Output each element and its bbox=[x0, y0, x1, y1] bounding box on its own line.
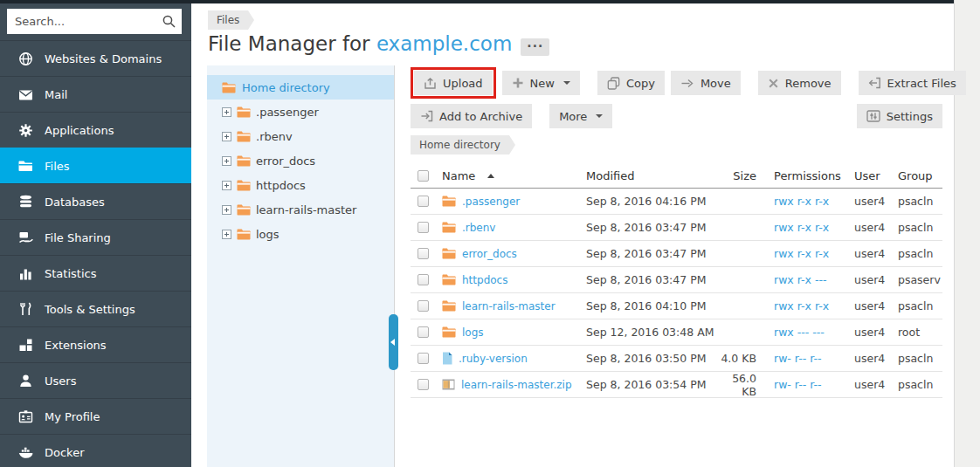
tree-item-passenger[interactable]: .passenger bbox=[207, 100, 394, 124]
tree-item-error-docs[interactable]: error_docs bbox=[207, 148, 394, 173]
sidebar-item-docker[interactable]: Docker bbox=[0, 434, 191, 467]
expand-plus-icon[interactable] bbox=[222, 205, 231, 215]
file-name-link[interactable]: logs bbox=[462, 326, 484, 339]
upload-annotation-box: Upload bbox=[411, 67, 496, 99]
permissions-link[interactable]: rwx r-x r-x bbox=[774, 247, 829, 260]
file-list-area: Upload New Copy Move R bbox=[411, 65, 942, 398]
row-checkbox[interactable] bbox=[418, 248, 429, 259]
column-header-group[interactable]: Group bbox=[891, 169, 940, 182]
move-label: Move bbox=[700, 77, 731, 90]
sidebar-item-extensions[interactable]: Extensions bbox=[0, 326, 191, 362]
row-checkbox[interactable] bbox=[418, 300, 429, 312]
user-cell: user4 bbox=[847, 247, 891, 260]
permissions-cell: rwx r-x r-x bbox=[767, 221, 847, 234]
name-cell: learn-rails-master bbox=[442, 300, 586, 312]
tree-item-home-directory[interactable]: Home directory bbox=[207, 75, 394, 100]
row-checkbox[interactable] bbox=[418, 326, 429, 338]
tree-item-label: logs bbox=[256, 228, 280, 241]
size-cell: 56.0 KB bbox=[717, 372, 767, 398]
sidebar-item-tools-settings[interactable]: Tools & Settings bbox=[0, 291, 191, 326]
expand-plus-icon[interactable] bbox=[222, 132, 231, 141]
breadcrumb-files[interactable]: Files bbox=[208, 10, 248, 30]
sidebar-item-mail[interactable]: Mail bbox=[0, 76, 191, 112]
group-cell: psacln bbox=[891, 299, 940, 312]
expand-plus-icon[interactable] bbox=[222, 107, 231, 117]
row-checkbox[interactable] bbox=[418, 222, 429, 233]
table-row: .ruby-version Sep 8, 2016 03:50 PM 4.0 K… bbox=[411, 346, 942, 372]
tree-collapse-handle[interactable] bbox=[389, 314, 398, 370]
select-all-checkbox[interactable] bbox=[418, 170, 429, 182]
permissions-link[interactable]: rwx r-x --- bbox=[774, 273, 827, 286]
permissions-link[interactable]: rwx r-x r-x bbox=[774, 221, 829, 234]
sidebar-item-websites-domains[interactable]: Websites & Domains bbox=[0, 40, 191, 76]
user-cell: user4 bbox=[847, 299, 891, 312]
column-header-modified[interactable]: Modified bbox=[586, 169, 717, 182]
row-checkbox[interactable] bbox=[418, 274, 429, 285]
sidebar-item-label: Applications bbox=[45, 124, 114, 137]
sidebar-item-my-profile[interactable]: My Profile bbox=[0, 398, 191, 434]
permissions-cell: rwx r-x --- bbox=[767, 273, 847, 286]
group-cell: psacln bbox=[891, 352, 940, 365]
sidebar-item-statistics[interactable]: Statistics bbox=[0, 255, 191, 291]
more-button[interactable]: More bbox=[549, 104, 612, 128]
modified-cell: Sep 8, 2016 03:50 PM bbox=[586, 352, 717, 365]
expand-plus-icon[interactable] bbox=[222, 156, 231, 166]
select-all-cell bbox=[411, 170, 442, 182]
sidebar-item-file-sharing[interactable]: File Sharing bbox=[0, 219, 191, 255]
permissions-link[interactable]: rwx r-x r-x bbox=[774, 195, 829, 208]
search-box bbox=[7, 9, 182, 34]
tree-item-httpdocs[interactable]: httpdocs bbox=[207, 173, 394, 197]
copy-button[interactable]: Copy bbox=[597, 71, 665, 95]
column-header-user[interactable]: User bbox=[847, 169, 891, 182]
file-name-link[interactable]: error_docs bbox=[462, 248, 517, 260]
folder-icon bbox=[17, 160, 33, 172]
permissions-link[interactable]: rwx r-x r-x bbox=[774, 299, 829, 312]
tree-item-learn-rails-master[interactable]: learn-rails-master bbox=[207, 197, 394, 222]
remove-button[interactable]: Remove bbox=[758, 71, 841, 95]
database-icon bbox=[17, 195, 33, 209]
upload-button[interactable]: Upload bbox=[414, 71, 493, 95]
tree-item-rbenv[interactable]: .rbenv bbox=[207, 124, 394, 148]
permissions-link[interactable]: rwx --- --- bbox=[774, 326, 825, 339]
permissions-link[interactable]: rw- r-- r-- bbox=[774, 378, 822, 391]
sidebar-item-label: Mail bbox=[45, 88, 67, 101]
row-select-cell bbox=[411, 196, 442, 207]
file-name-link[interactable]: .rbenv bbox=[462, 222, 495, 234]
add-to-archive-button[interactable]: Add to Archive bbox=[411, 104, 532, 128]
row-checkbox[interactable] bbox=[418, 353, 429, 364]
column-header-name[interactable]: Name bbox=[442, 169, 586, 182]
settings-button[interactable]: Settings bbox=[857, 104, 942, 128]
permissions-link[interactable]: rw- r-- r-- bbox=[774, 352, 822, 365]
extract-files-button[interactable]: Extract Files bbox=[859, 71, 966, 95]
tree-item-label: httpdocs bbox=[256, 179, 306, 192]
modified-cell: Sep 8, 2016 03:47 PM bbox=[586, 273, 717, 286]
file-name-link[interactable]: learn-rails-master bbox=[462, 300, 556, 312]
path-segment-home-directory[interactable]: Home directory bbox=[411, 135, 509, 155]
search-icon[interactable] bbox=[162, 14, 176, 32]
move-button[interactable]: Move bbox=[671, 71, 741, 95]
row-checkbox[interactable] bbox=[418, 196, 429, 207]
file-name-link[interactable]: learn-rails-master.zip bbox=[461, 379, 572, 391]
sidebar-item-users[interactable]: Users bbox=[0, 362, 191, 398]
sidebar-item-databases[interactable]: Databases bbox=[0, 183, 191, 219]
user-cell: user4 bbox=[847, 326, 891, 339]
domain-link[interactable]: example.com bbox=[376, 32, 512, 55]
sidebar-item-applications[interactable]: Applications bbox=[0, 112, 191, 148]
new-button[interactable]: New bbox=[502, 71, 580, 95]
file-name-link[interactable]: httpdocs bbox=[462, 274, 507, 286]
group-cell: psacln bbox=[891, 221, 940, 234]
expand-plus-icon[interactable] bbox=[222, 230, 231, 239]
name-cell: error_docs bbox=[442, 248, 586, 260]
column-header-size[interactable]: Size bbox=[717, 169, 767, 182]
file-name-link[interactable]: .passenger bbox=[462, 196, 520, 208]
search-input[interactable] bbox=[7, 9, 182, 34]
tree-item-logs[interactable]: logs bbox=[207, 222, 394, 246]
expand-plus-icon[interactable] bbox=[222, 181, 231, 190]
row-checkbox[interactable] bbox=[418, 379, 429, 390]
file-name-link[interactable]: .ruby-version bbox=[459, 353, 528, 365]
column-header-permissions[interactable]: Permissions bbox=[767, 169, 847, 182]
title-more-button[interactable]: ... bbox=[521, 38, 549, 56]
sidebar-item-files[interactable]: Files bbox=[0, 148, 191, 183]
user-cell: user4 bbox=[847, 195, 891, 208]
name-cell: .ruby-version bbox=[442, 352, 586, 365]
